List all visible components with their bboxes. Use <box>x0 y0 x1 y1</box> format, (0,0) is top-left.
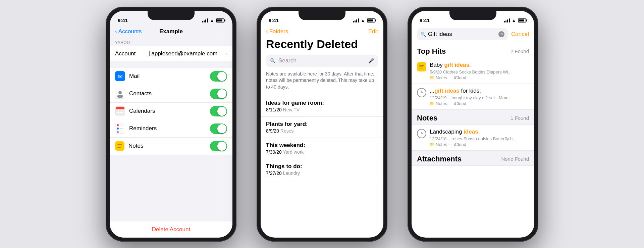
yahoo-section-header: YAHOO <box>110 38 232 46</box>
folder-icon-3: 📁 <box>430 142 434 147</box>
status-icons-3: ▲ <box>504 18 526 23</box>
calendars-row: Calendars <box>110 103 232 120</box>
result-source-text-1: Notes — iCloud <box>436 75 466 80</box>
note-date-4: 7/27/20 <box>266 170 282 176</box>
mail-label: Mail <box>129 73 210 80</box>
search-magnifier-icon: 🔍 <box>420 32 426 37</box>
note-item-3[interactable]: This weekend: 7/30/20 Yard work <box>261 138 383 159</box>
wifi-icon-3: ▲ <box>512 18 516 23</box>
note-title-2: Plants for yard: <box>266 121 378 128</box>
edit-button[interactable]: Edit <box>368 28 378 35</box>
result-source-1: 📁 Notes — iCloud <box>430 75 529 80</box>
note-preview-2: Roses <box>280 128 294 134</box>
note-meta-3: 7/30/20 Yard work <box>266 149 378 155</box>
note-item-2[interactable]: Plants for yard: 8/9/20 Roses <box>261 117 383 138</box>
clock-icon <box>417 88 426 97</box>
top-hits-label: Top Hits <box>417 47 446 56</box>
signal-icon-1 <box>202 18 208 22</box>
note-title-1: Ideas for game room: <box>266 100 378 106</box>
search-input-bar-3[interactable]: 🔍 Gift ideas ✕ <box>417 28 508 40</box>
back-accounts-label[interactable]: Accounts <box>118 28 142 35</box>
svg-point-1 <box>117 95 123 98</box>
calendars-toggle[interactable] <box>210 106 227 116</box>
signal-icon-2 <box>353 18 359 22</box>
result-title-1: Baby gift ideas: <box>430 61 529 69</box>
note-item-1[interactable]: Ideas for game room: 8/11/20 New TV <box>261 96 383 117</box>
notch-3 <box>449 11 496 20</box>
result-item-1[interactable]: Baby gift ideas: 5/9/20 Clothes Socks Bo… <box>412 58 534 84</box>
notes-icon <box>115 141 124 151</box>
back-chevron-icon: ‹ <box>115 28 117 35</box>
account-label: Account <box>115 50 149 57</box>
reminders-row: Reminders <box>110 120 232 138</box>
account-row[interactable]: Account j.appleseed@example.com › <box>110 46 232 61</box>
result-meta-2: 12/24/19 ...bought toy clay gift set - M… <box>430 95 529 100</box>
reminders-toggle[interactable] <box>210 123 227 134</box>
attachments-label: Attachments <box>417 155 462 163</box>
clear-search-button[interactable]: ✕ <box>498 31 504 37</box>
result-title-after-2: for kids: <box>460 88 481 94</box>
result-date-1: 5/9/20 <box>430 69 442 75</box>
result-title-2: ...gift ideas for kids: <box>430 87 529 95</box>
calendars-icon <box>115 106 125 116</box>
result-item-3[interactable]: Landscaping ideas 12/24/18 ...roses Shas… <box>412 125 534 151</box>
search-input-value[interactable]: Gift ideas <box>428 31 496 38</box>
info-text-2: Notes are available here for 30 days. Af… <box>261 71 383 96</box>
cancel-search-button[interactable]: Cancel <box>511 31 529 38</box>
mail-toggle[interactable] <box>210 71 227 82</box>
nav-bar-1: ‹ Accounts Example <box>110 26 232 38</box>
back-folders-button[interactable]: ‹ Folders <box>266 28 288 35</box>
result-source-2: 📁 Notes — iCloud <box>430 101 529 106</box>
result-content-3: Landscaping ideas 12/24/18 ...roses Shas… <box>430 128 529 147</box>
svg-point-0 <box>118 91 122 94</box>
time-1: 9:41 <box>118 17 128 23</box>
account-chevron-icon: › <box>225 51 227 56</box>
result-preview-1: Clothes Socks Bottles Diapers Wi... <box>443 69 512 75</box>
contacts-toggle[interactable] <box>210 89 227 99</box>
notes-section: Notes 1 Found <box>412 110 534 151</box>
delete-account-button[interactable]: Delete Account <box>110 221 232 238</box>
attachments-header: Attachments None Found <box>412 151 534 166</box>
note-item-4[interactable]: Things to do: 7/27/20 Laundry <box>261 159 383 180</box>
result-preview-3: ...roses Shasta daisies Butterfly b... <box>448 136 516 141</box>
clock-icon-3 <box>417 129 426 138</box>
note-title-3: This weekend: <box>266 142 378 149</box>
time-3: 9:41 <box>420 17 430 23</box>
calendars-label: Calendars <box>129 108 210 114</box>
result-preview-highlight-2: gift <box>482 95 488 100</box>
notes-section-count: 1 Found <box>511 115 529 121</box>
notes-list: Ideas for game room: 8/11/20 New TV Plan… <box>261 96 383 237</box>
status-icons-2: ▲ <box>353 18 375 23</box>
back-accounts-button[interactable]: ‹ Accounts <box>115 28 142 35</box>
contacts-label: Contacts <box>129 90 210 97</box>
wifi-icon-1: ▲ <box>210 18 214 23</box>
mail-icon: ✉ <box>115 71 125 81</box>
result-title-highlight-3: ideas <box>464 129 478 135</box>
attachments-section: Attachments None Found <box>412 151 534 166</box>
attachments-count: None Found <box>501 156 529 162</box>
notes-row: Notes <box>110 138 232 155</box>
top-hits-count: 2 Found <box>511 48 529 54</box>
notes-header: Notes 1 Found <box>412 110 534 125</box>
note-preview-3: Yard work <box>283 149 304 155</box>
notch <box>148 11 195 20</box>
reminders-label: Reminders <box>129 125 210 132</box>
notes-toggle[interactable] <box>210 141 227 151</box>
result-item-2[interactable]: ...gift ideas for kids: 12/24/19 ...boug… <box>412 84 534 110</box>
result-content-2: ...gift ideas for kids: 12/24/19 ...boug… <box>430 87 529 106</box>
result-title-highlight-2: gift ideas <box>434 88 460 94</box>
result-meta-3: 12/24/18 ...roses Shasta daisies Butterf… <box>430 136 529 141</box>
back-chevron-icon-2: ‹ <box>266 28 268 35</box>
top-hits-section: Top Hits 2 Found <box>412 43 534 110</box>
wifi-icon-2: ▲ <box>361 18 365 23</box>
toggle-group: ✉ Mail Contacts <box>110 68 232 155</box>
back-folders-label[interactable]: Folders <box>269 28 288 35</box>
result-preview-after-2: set - Mom... <box>488 95 512 100</box>
notes-label: Notes <box>128 143 210 149</box>
folder-icon-2: 📁 <box>430 101 434 106</box>
time-2: 9:41 <box>269 17 279 23</box>
search-bar-2[interactable]: 🔍 Search 🎤 <box>266 55 378 67</box>
phone-2-screen: 9:41 ▲ ‹ Fol <box>261 11 383 238</box>
result-source-text-2: Notes — iCloud <box>436 101 466 106</box>
battery-icon-1 <box>216 18 224 22</box>
